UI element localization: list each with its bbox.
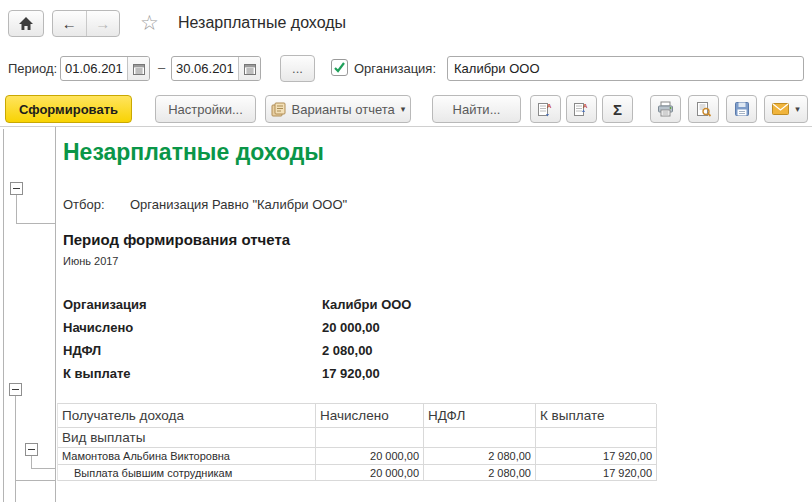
home-icon (18, 16, 34, 31)
summary-row-payable: К выплате 17 920,00 (63, 362, 411, 385)
save-button[interactable] (726, 95, 757, 123)
selection-row: Отбор: Организация Равно "Калибри ООО" (63, 197, 105, 212)
history-nav-group: ← → (52, 10, 120, 37)
period-value: Июнь 2017 (63, 255, 119, 267)
accrued-cell: 20 000,00 (316, 465, 424, 481)
date-to-calendar-button[interactable] (238, 57, 260, 80)
summary-row-ndfl: НДФЛ 2 080,00 (63, 339, 411, 362)
payable-cell: 17 920,00 (536, 448, 657, 465)
subheader-cell: Вид выплаты (58, 428, 316, 448)
tree-branch-line (16, 195, 17, 223)
collapse-groups-icon: A (573, 101, 590, 118)
tree-branch-line (31, 456, 32, 468)
table-row[interactable]: Мамонтова Альбина Викторовна 20 000,00 2… (58, 448, 656, 465)
save-icon (734, 101, 750, 117)
column-header: К выплате (536, 404, 657, 428)
summary-label: Начислено (63, 320, 322, 335)
report-canvas: Незарплатные доходы Отбор: Организация Р… (0, 126, 812, 502)
print-button[interactable] (650, 95, 681, 123)
period-label: Период: (8, 61, 57, 76)
accrued-cell: 20 000,00 (316, 448, 424, 465)
report-title: Незарплатные доходы (63, 139, 324, 166)
report-table: Получатель дохода Начислено НДФЛ К выпла… (57, 403, 656, 481)
checkmark-icon (333, 61, 346, 74)
collapse-group-row-toggle[interactable] (25, 443, 38, 456)
organization-label: Организация: (354, 61, 436, 76)
date-from-field (60, 56, 150, 81)
print-preview-icon (695, 101, 712, 118)
sum-button[interactable]: Σ (602, 95, 633, 123)
organization-input[interactable] (447, 56, 804, 81)
report-variant-icon (271, 102, 286, 117)
table-row[interactable]: Выплата бывшим сотрудникам 20 000,00 2 0… (58, 465, 656, 481)
chevron-down-icon: ▾ (795, 104, 800, 114)
home-button[interactable] (8, 10, 44, 37)
settings-button[interactable]: Настройки... (155, 95, 256, 123)
subheader-cell (424, 428, 536, 448)
summary-value: 2 080,00 (322, 343, 373, 358)
generate-report-button[interactable]: Сформировать (5, 95, 132, 123)
forward-arrow-icon: → (95, 15, 110, 32)
top-bar: ← → ☆ Незарплатные доходы (0, 0, 812, 48)
calendar-icon (244, 63, 256, 75)
payable-cell: 17 920,00 (536, 465, 657, 481)
column-header: НДФЛ (424, 404, 536, 428)
expand-groups-icon: A (537, 101, 554, 118)
summary-row-accrued: Начислено 20 000,00 (63, 316, 411, 339)
subheader-cell (536, 428, 657, 448)
period-more-button[interactable]: ... (280, 55, 315, 82)
summary-label: НДФЛ (63, 343, 322, 358)
tree-separator-line (55, 127, 56, 502)
recipient-cell: Мамонтова Альбина Викторовна (58, 448, 316, 465)
printer-icon (657, 101, 674, 117)
app-window: ← → ☆ Незарплатные доходы Период: – (0, 0, 812, 502)
collapse-group-header-toggle[interactable] (10, 182, 23, 195)
selection-label: Отбор: (63, 197, 105, 212)
summary-label: Организация (63, 297, 322, 312)
ndfl-cell: 2 080,00 (424, 465, 536, 481)
favorite-star-icon[interactable]: ☆ (140, 11, 159, 35)
envelope-icon (772, 103, 789, 115)
tree-level-line (3, 129, 4, 502)
summary-block: Организация Калибри ООО Начислено 20 000… (63, 293, 411, 385)
date-to-field (171, 56, 261, 81)
column-header: Начислено (316, 404, 424, 428)
send-email-button[interactable]: ▾ (764, 95, 808, 123)
chevron-down-icon: ▾ (401, 104, 406, 114)
summary-value: 17 920,00 (322, 366, 380, 381)
collapse-groups-button[interactable]: A (566, 95, 597, 123)
more-button-label: ... (292, 61, 303, 76)
date-from-input[interactable] (61, 57, 127, 80)
calendar-icon (133, 63, 145, 75)
organization-checkbox[interactable] (331, 59, 348, 76)
svg-text:A: A (547, 102, 552, 108)
payment-type-cell: Выплата бывшим сотрудникам (58, 465, 316, 481)
report-variants-label: Варианты отчета (292, 102, 395, 117)
find-button[interactable]: Найти... (432, 95, 521, 123)
date-from-calendar-button[interactable] (127, 57, 149, 80)
collapse-group-table-toggle[interactable] (9, 383, 22, 396)
date-to-input[interactable] (172, 57, 238, 80)
summary-label: К выплате (63, 366, 322, 381)
subheader-cell (316, 428, 424, 448)
ndfl-cell: 2 080,00 (424, 448, 536, 465)
filter-bar: Период: – ... (0, 48, 812, 88)
back-arrow-icon: ← (62, 15, 77, 32)
print-preview-button[interactable] (688, 95, 719, 123)
tree-branch-line (31, 468, 55, 469)
summary-value: 20 000,00 (322, 320, 380, 335)
selection-value: Организация Равно "Калибри ООО" (130, 197, 630, 212)
back-button[interactable]: ← (53, 11, 87, 36)
report-toolbar: Сформировать Настройки... Варианты отчет… (0, 88, 812, 126)
settings-label: Настройки... (168, 102, 243, 117)
tree-branch-line (16, 223, 55, 224)
summary-row-organization: Организация Калибри ООО (63, 293, 411, 316)
tree-branch-line (15, 396, 16, 502)
find-label: Найти... (453, 102, 501, 117)
report-variants-button[interactable]: Варианты отчета ▾ (265, 95, 411, 123)
expand-groups-button[interactable]: A (530, 95, 561, 123)
date-range-dash: – (158, 60, 165, 75)
forward-button[interactable]: → (87, 11, 120, 36)
svg-text:A: A (583, 102, 588, 108)
period-heading: Период формирования отчета (63, 231, 290, 248)
